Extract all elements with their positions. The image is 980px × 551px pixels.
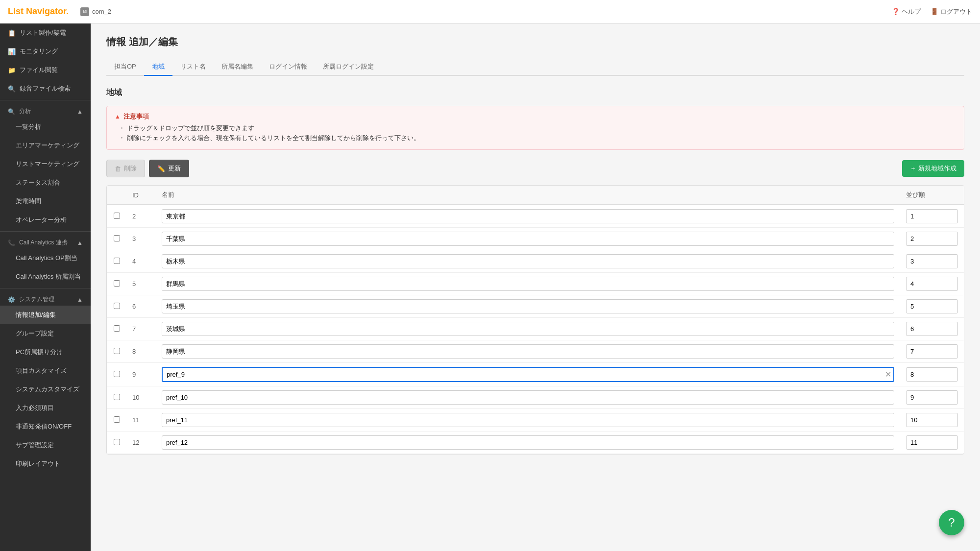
sidebar-item-list-create[interactable]: 📋 リスト製作/架電 xyxy=(0,24,91,42)
row-checkbox-8[interactable] xyxy=(114,348,120,354)
name-input-4[interactable] xyxy=(162,254,894,268)
order-input-8[interactable] xyxy=(906,344,958,359)
company-name: com_2 xyxy=(92,8,111,15)
order-input-12[interactable] xyxy=(906,435,958,450)
sidebar-item-list-analytics[interactable]: 一覧分析 xyxy=(0,118,91,136)
row-checkbox-6[interactable] xyxy=(114,303,120,309)
chevron-up-icon: ▲ xyxy=(77,108,83,115)
sidebar-item-sub-settings[interactable]: サブ管理設定 xyxy=(0,436,91,455)
row-checkbox-4[interactable] xyxy=(114,258,120,264)
name-input-10[interactable] xyxy=(162,390,894,405)
help-link[interactable]: ❓ ヘルプ xyxy=(892,7,921,16)
row-id-2: 2 xyxy=(126,205,156,228)
sidebar-item-call-time[interactable]: 架電時間 xyxy=(0,192,91,211)
tab-login-info[interactable]: ログイン情報 xyxy=(261,58,315,76)
sidebar-item-system-customize[interactable]: システムカスタマイズ xyxy=(0,380,91,399)
row-id-11: 11 xyxy=(126,409,156,431)
order-input-5[interactable] xyxy=(906,277,958,291)
row-checkbox-5[interactable] xyxy=(114,280,120,287)
row-id-9: 9 xyxy=(126,363,156,386)
order-input-9[interactable] xyxy=(906,367,958,382)
tab-region[interactable]: 地域 xyxy=(144,58,172,76)
tab-belong-edit[interactable]: 所属名編集 xyxy=(214,58,261,76)
name-input-6[interactable] xyxy=(162,299,894,313)
question-icon: ? xyxy=(948,516,955,529)
row-checkbox-3[interactable] xyxy=(114,235,120,241)
order-input-2[interactable] xyxy=(906,209,958,223)
sidebar-item-monitoring[interactable]: 📊 モニタリング xyxy=(0,42,91,61)
table-row: 4 xyxy=(107,250,964,273)
sidebar-section-system[interactable]: ⚙️ システム管理 ▲ xyxy=(0,290,91,306)
table-row: 3 xyxy=(107,228,964,250)
name-input-8[interactable] xyxy=(162,344,894,359)
edit-icon: ✏️ xyxy=(157,165,165,172)
order-input-10[interactable] xyxy=(906,390,958,405)
tab-op[interactable]: 担当OP xyxy=(106,58,144,76)
help-fab[interactable]: ? xyxy=(939,510,964,535)
table-row: 12 xyxy=(107,431,964,454)
sidebar-item-area-marketing[interactable]: エリアマーケティング xyxy=(0,136,91,155)
name-input-7[interactable] xyxy=(162,322,894,336)
page-title: 情報 追加／編集 xyxy=(106,35,964,48)
row-checkbox-12[interactable] xyxy=(114,439,120,445)
alert-item-2: 削除にチェックを入れる場合、現在保有しているリストを全て割当解除してから削除を行… xyxy=(119,134,956,143)
tab-list-name[interactable]: リスト名 xyxy=(172,58,214,76)
row-checkbox-9[interactable] xyxy=(114,371,120,377)
sidebar-item-no-notify[interactable]: 非通知発信ON/OFF xyxy=(0,417,91,436)
row-checkbox-10[interactable] xyxy=(114,394,120,400)
sidebar-item-list-marketing[interactable]: リストマーケティング xyxy=(0,155,91,173)
sidebar-item-pc-belong[interactable]: PC所属振り分け xyxy=(0,343,91,361)
tab-belong-login[interactable]: 所属ログイン設定 xyxy=(315,58,382,76)
table-row: 6 xyxy=(107,295,964,318)
name-input-2[interactable] xyxy=(162,209,894,223)
row-checkbox-7[interactable] xyxy=(114,325,120,332)
sidebar-item-print-layout[interactable]: 印刷レイアウト xyxy=(0,455,91,473)
row-id-3: 3 xyxy=(126,228,156,250)
alert-box: 注意事項 ドラッグ＆ドロップで並び順を変更できます 削除にチェックを入れる場合、… xyxy=(106,106,964,150)
clear-button-9[interactable]: ✕ xyxy=(885,371,891,379)
sidebar-item-info-edit[interactable]: 情報追加/編集 xyxy=(0,306,91,324)
update-button[interactable]: ✏️ 更新 xyxy=(149,160,189,177)
sidebar-item-item-customize[interactable]: 項目カスタマイズ xyxy=(0,361,91,380)
sidebar-item-group-settings[interactable]: グループ設定 xyxy=(0,324,91,343)
table-row: 7 xyxy=(107,318,964,340)
row-checkbox-11[interactable] xyxy=(114,416,120,423)
analytics-section-icon: 🔍 xyxy=(8,108,15,115)
sidebar-item-required-fields[interactable]: 入力必須項目 xyxy=(0,399,91,417)
company-icon: 🖥 xyxy=(80,7,89,16)
sidebar-item-ca-op[interactable]: Call Analytics OP割当 xyxy=(0,249,91,267)
sidebar-item-operator-analytics[interactable]: オペレーター分析 xyxy=(0,211,91,229)
monitor-icon: 📊 xyxy=(8,48,16,55)
sidebar-section-analytics[interactable]: 🔍 分析 ▲ xyxy=(0,102,91,118)
delete-button[interactable]: 🗑 削除 xyxy=(106,160,145,177)
sidebar-item-file-browse[interactable]: 📁 ファイル閲覧 xyxy=(0,61,91,79)
company-selector[interactable]: 🖥 com_2 xyxy=(80,7,111,16)
alert-title: 注意事項 xyxy=(115,112,956,121)
name-input-11[interactable] xyxy=(162,413,894,427)
logout-link[interactable]: 🚪 ログアウト xyxy=(931,7,972,16)
sidebar-item-status-ratio[interactable]: ステータス割合 xyxy=(0,173,91,192)
name-input-12[interactable] xyxy=(162,435,894,450)
order-input-7[interactable] xyxy=(906,322,958,336)
name-input-9[interactable] xyxy=(162,367,894,382)
order-input-11[interactable] xyxy=(906,413,958,427)
new-region-button[interactable]: ＋ 新規地域作成 xyxy=(902,160,964,177)
order-input-6[interactable] xyxy=(906,299,958,313)
table-row: 5 xyxy=(107,273,964,295)
name-input-3[interactable] xyxy=(162,232,894,246)
recording-search-icon: 🔍 xyxy=(8,85,16,93)
sidebar-section-call-analytics[interactable]: 📞 Call Analytics 連携 ▲ xyxy=(0,234,91,249)
sidebar-item-recording-search[interactable]: 🔍 録音ファイル検索 xyxy=(0,79,91,98)
row-checkbox-2[interactable] xyxy=(114,213,120,219)
divider-3 xyxy=(0,288,91,288)
order-input-4[interactable] xyxy=(906,254,958,268)
toolbar-left: 🗑 削除 ✏️ 更新 xyxy=(106,160,189,177)
list-create-icon: 📋 xyxy=(8,29,16,37)
row-id-6: 6 xyxy=(126,295,156,318)
header-checkbox-col xyxy=(107,186,126,205)
row-id-7: 7 xyxy=(126,318,156,340)
order-input-3[interactable] xyxy=(906,232,958,246)
name-input-5[interactable] xyxy=(162,277,894,291)
help-icon: ❓ xyxy=(892,8,900,15)
sidebar-item-ca-belong[interactable]: Call Analytics 所属割当 xyxy=(0,267,91,286)
